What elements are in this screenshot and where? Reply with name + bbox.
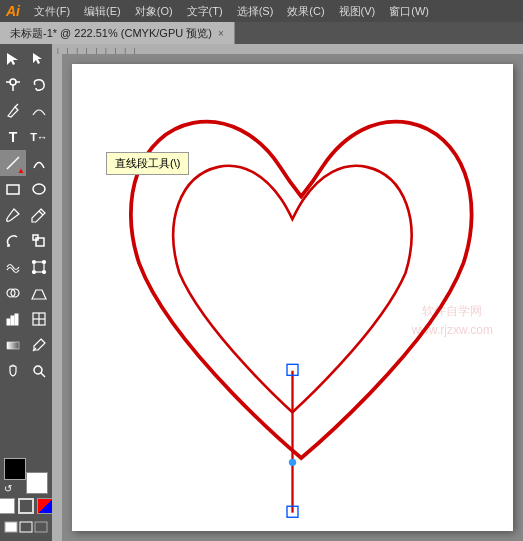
svg-rect-32 bbox=[5, 522, 17, 532]
menu-select[interactable]: 选择(S) bbox=[231, 2, 280, 21]
ruler-vertical bbox=[52, 54, 62, 541]
tool-row-7 bbox=[0, 202, 52, 228]
warp-tool[interactable] bbox=[0, 254, 26, 280]
tool-row-6 bbox=[0, 176, 52, 202]
svg-text:↺: ↺ bbox=[4, 483, 12, 494]
line-segment-tool[interactable]: ▲ bbox=[0, 150, 26, 176]
tab-close-button[interactable]: × bbox=[218, 28, 224, 39]
svg-marker-20 bbox=[32, 290, 46, 299]
tool-row-12 bbox=[0, 332, 52, 358]
tool-row-4: T T↔ bbox=[0, 124, 52, 150]
menu-type[interactable]: 文字(T) bbox=[181, 2, 229, 21]
menu-effect[interactable]: 效果(C) bbox=[281, 2, 330, 21]
svg-rect-21 bbox=[7, 319, 10, 325]
lasso-tool[interactable] bbox=[26, 72, 52, 98]
direct-selection-tool[interactable] bbox=[26, 46, 52, 72]
touch-type-tool[interactable]: T↔ bbox=[26, 124, 52, 150]
mesh-tool[interactable] bbox=[26, 306, 52, 332]
rotate-tool[interactable] bbox=[0, 228, 26, 254]
color-boxes[interactable]: ↺ bbox=[4, 458, 48, 494]
free-transform-tool[interactable] bbox=[26, 254, 52, 280]
tool-row-10 bbox=[0, 280, 52, 306]
type-tool[interactable]: T bbox=[0, 124, 26, 150]
magic-wand-tool[interactable] bbox=[0, 72, 26, 98]
svg-point-9 bbox=[33, 184, 45, 194]
toolbar: T T↔ ▲ bbox=[0, 44, 52, 541]
svg-line-10 bbox=[39, 211, 43, 215]
eyedropper-tool[interactable] bbox=[26, 332, 52, 358]
svg-point-14 bbox=[33, 261, 36, 264]
app-logo: Ai bbox=[6, 3, 20, 19]
menu-edit[interactable]: 编辑(E) bbox=[78, 2, 127, 21]
svg-line-30 bbox=[41, 373, 45, 377]
svg-rect-34 bbox=[35, 522, 47, 532]
tool-row-2 bbox=[0, 72, 52, 98]
rect-tool[interactable] bbox=[0, 176, 26, 202]
graph-tool[interactable] bbox=[0, 306, 26, 332]
curvature-tool[interactable] bbox=[26, 98, 52, 124]
pencil-tool[interactable] bbox=[26, 202, 52, 228]
canvas-background: 软件自学网 www.rjzxw.com bbox=[62, 54, 523, 541]
tab-bar: 未标题-1* @ 222.51% (CMYK/GPU 预览) × bbox=[0, 22, 523, 44]
zoom-tool[interactable] bbox=[26, 358, 52, 384]
svg-line-6 bbox=[15, 104, 18, 107]
background-color-box[interactable] bbox=[26, 472, 48, 494]
tool-row-11 bbox=[0, 306, 52, 332]
canvas-area: | | | | | | | | | bbox=[52, 44, 523, 541]
svg-point-15 bbox=[43, 261, 46, 264]
arc-tool[interactable] bbox=[26, 150, 52, 176]
tool-row-3 bbox=[0, 98, 52, 124]
svg-marker-0 bbox=[7, 53, 18, 65]
screen-mode-icons bbox=[4, 519, 48, 535]
svg-point-16 bbox=[33, 271, 36, 274]
tool-row-13 bbox=[0, 358, 52, 384]
document-tab[interactable]: 未标题-1* @ 222.51% (CMYK/GPU 预览) × bbox=[0, 22, 235, 44]
menu-view[interactable]: 视图(V) bbox=[333, 2, 382, 21]
main-layout: T T↔ ▲ bbox=[0, 44, 523, 541]
selection-tool[interactable] bbox=[0, 46, 26, 72]
svg-rect-27 bbox=[7, 342, 19, 349]
hand-tool[interactable] bbox=[0, 358, 26, 384]
color-section: ↺ bbox=[0, 454, 52, 539]
svg-rect-33 bbox=[20, 522, 32, 532]
menu-object[interactable]: 对象(O) bbox=[129, 2, 179, 21]
svg-rect-11 bbox=[36, 238, 44, 246]
title-bar: Ai 文件(F) 编辑(E) 对象(O) 文字(T) 选择(S) 效果(C) 视… bbox=[0, 0, 523, 22]
svg-point-29 bbox=[34, 366, 42, 374]
artwork-canvas bbox=[72, 64, 513, 531]
gradient-box[interactable] bbox=[37, 498, 52, 514]
artboard[interactable]: 软件自学网 www.rjzxw.com bbox=[72, 64, 513, 531]
ruler-horizontal: | | | | | | | | | bbox=[52, 44, 523, 54]
pen-tool[interactable] bbox=[0, 98, 26, 124]
svg-rect-22 bbox=[11, 316, 14, 325]
svg-point-37 bbox=[289, 459, 296, 466]
stroke-box[interactable] bbox=[18, 498, 34, 514]
svg-rect-23 bbox=[15, 314, 18, 325]
svg-point-2 bbox=[10, 79, 16, 85]
tool-row-9 bbox=[0, 254, 52, 280]
ellipse-tool[interactable] bbox=[26, 176, 52, 202]
menu-bar: 文件(F) 编辑(E) 对象(O) 文字(T) 选择(S) 效果(C) 视图(V… bbox=[28, 2, 435, 21]
foreground-color-box[interactable] bbox=[4, 458, 26, 480]
scale-tool[interactable] bbox=[26, 228, 52, 254]
svg-marker-1 bbox=[33, 53, 42, 64]
perspective-tool[interactable] bbox=[26, 280, 52, 306]
svg-rect-13 bbox=[34, 262, 44, 272]
tool-row-8 bbox=[0, 228, 52, 254]
tool-row-5: ▲ bbox=[0, 150, 52, 176]
svg-point-17 bbox=[43, 271, 46, 274]
tool-row-1 bbox=[0, 46, 52, 72]
tab-label: 未标题-1* @ 222.51% (CMYK/GPU 预览) bbox=[10, 26, 212, 41]
paintbrush-tool[interactable] bbox=[0, 202, 26, 228]
menu-window[interactable]: 窗口(W) bbox=[383, 2, 435, 21]
shape-builder-tool[interactable] bbox=[0, 280, 26, 306]
menu-file[interactable]: 文件(F) bbox=[28, 2, 76, 21]
fill-none-box[interactable] bbox=[0, 498, 15, 514]
gradient-tool[interactable] bbox=[0, 332, 26, 358]
svg-rect-8 bbox=[7, 185, 19, 194]
